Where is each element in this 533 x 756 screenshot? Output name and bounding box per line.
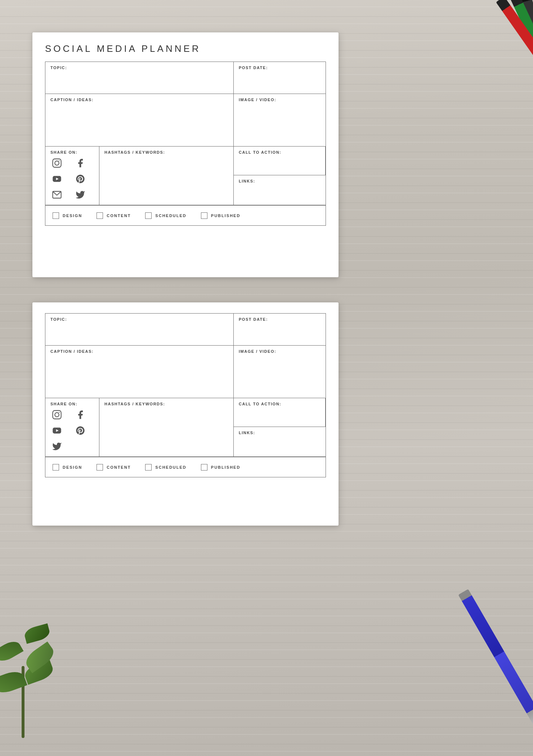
postdate-content-2	[239, 324, 321, 342]
checkbox-scheduled-2[interactable]: SCHEDULED	[145, 464, 186, 471]
facebook-icon	[74, 157, 87, 170]
content-checkbox-box[interactable]	[97, 212, 103, 219]
share-label: SHARE ON:	[50, 150, 94, 154]
topic-label-2: TOPIC:	[50, 317, 228, 321]
plant-leaf-4	[0, 638, 23, 665]
checkbox-content-1[interactable]: CONTENT	[97, 212, 131, 219]
social-icons-grid-1	[50, 157, 94, 201]
links-cell: LINKS:	[234, 175, 326, 205]
checkbox-published-1[interactable]: PUBLISHED	[201, 212, 241, 219]
postdate-cell: POST DATE:	[234, 62, 326, 94]
topic-label: TOPIC:	[50, 66, 228, 70]
checkboxes-container-2: DESIGN CONTENT SCHEDULED PUBLISHED	[45, 457, 326, 477]
design-checkbox-box[interactable]	[53, 212, 59, 219]
checkboxes-container-1: DESIGN CONTENT SCHEDULED PUBLISHED	[45, 206, 326, 225]
design-checkbox-box-2[interactable]	[53, 464, 59, 471]
social-icons-grid-2	[50, 408, 94, 453]
links-label: LINKS:	[239, 179, 321, 183]
scheduled-checkbox-label-2: SCHEDULED	[155, 465, 186, 469]
facebook-icon-2	[74, 408, 87, 421]
postdate-content	[239, 72, 321, 90]
planner-title: SOCIAL MEDIA PLANNER	[45, 43, 326, 54]
content-checkbox-label-2: CONTENT	[107, 465, 131, 469]
svg-rect-6	[53, 410, 61, 419]
topic-date-row: TOPIC: POST DATE:	[45, 62, 326, 94]
email-icon	[50, 188, 63, 201]
checkbox-design-1[interactable]: DESIGN	[53, 212, 82, 219]
checkbox-scheduled-1[interactable]: SCHEDULED	[145, 212, 186, 219]
links-cell-2: LINKS:	[234, 427, 326, 456]
published-checkbox-label-2: PUBLISHED	[211, 465, 241, 469]
twitter-icon-2	[50, 440, 63, 453]
caption-content	[50, 104, 228, 122]
content-checkbox-box-2[interactable]	[97, 464, 103, 471]
hashtags-label: HASHTAGS / KEYWORDS:	[104, 150, 228, 154]
svg-point-2	[59, 160, 59, 161]
share-cell-2: SHARE ON:	[45, 398, 99, 456]
planner-card-2: TOPIC: POST DATE: CAPTION / IDEAS: IMAGE…	[32, 302, 339, 526]
image-label-2: IMAGE / VIDEO:	[239, 349, 321, 354]
svg-rect-0	[53, 159, 61, 167]
content-checkbox-label: CONTENT	[107, 213, 131, 218]
topic-date-row-2: TOPIC: POST DATE:	[45, 314, 326, 346]
image-content-2	[239, 356, 321, 374]
postdate-label-2: POST DATE:	[239, 317, 321, 321]
planner-grid-1: TOPIC: POST DATE: CAPTION / IDEAS: IMAGE…	[45, 62, 326, 226]
cta-cell: CALL TO ACTION:	[234, 147, 326, 175]
caption-label: CAPTION / IDEAS:	[50, 98, 228, 102]
scheduled-checkbox-label: SCHEDULED	[155, 213, 186, 218]
scheduled-checkbox-box[interactable]	[145, 212, 152, 219]
twitter-icon	[74, 188, 87, 201]
pens-decoration	[396, 0, 533, 151]
share-hashtags-cta: SHARE ON:	[45, 147, 326, 205]
hashtags-label-2: HASHTAGS / KEYWORDS:	[104, 402, 228, 406]
cta-label-2: CALL TO ACTION:	[239, 402, 320, 406]
design-checkbox-label-2: DESIGN	[63, 465, 82, 469]
caption-cell: CAPTION / IDEAS:	[45, 94, 234, 146]
caption-image-row: CAPTION / IDEAS: IMAGE / VIDEO:	[45, 94, 326, 147]
plant-decoration	[0, 594, 65, 738]
published-checkbox-box[interactable]	[201, 212, 207, 219]
instagram-icon-2	[50, 408, 63, 421]
share-hashtags-cta-2: SHARE ON:	[45, 398, 326, 457]
share-label-2: SHARE ON:	[50, 402, 94, 406]
hashtags-cell: HASHTAGS / KEYWORDS:	[99, 147, 234, 205]
cta-links-column-2: CALL TO ACTION: LINKS:	[234, 398, 326, 456]
instagram-icon	[50, 157, 63, 170]
checkbox-design-2[interactable]: DESIGN	[53, 464, 82, 471]
svg-point-8	[59, 412, 59, 413]
caption-image-row-2: CAPTION / IDEAS: IMAGE / VIDEO:	[45, 346, 326, 398]
postdate-label: POST DATE:	[239, 66, 321, 70]
plant-leaf-5	[23, 624, 51, 644]
caption-content-2	[50, 356, 228, 374]
pinterest-icon-2	[74, 424, 87, 437]
published-checkbox-label: PUBLISHED	[211, 213, 241, 218]
share-cell: SHARE ON:	[45, 147, 99, 205]
image-cell-2: IMAGE / VIDEO:	[234, 346, 326, 398]
checkbox-content-2[interactable]: CONTENT	[97, 464, 131, 471]
cta-links-column: CALL TO ACTION: LINKS:	[234, 147, 326, 205]
image-content	[239, 104, 321, 122]
planner-card-1: SOCIAL MEDIA PLANNER TOPIC: POST DATE: C…	[32, 32, 339, 277]
checkboxes-row-2: DESIGN CONTENT SCHEDULED PUBLISHED	[45, 457, 326, 477]
topic-content	[50, 72, 228, 90]
topic-content-2	[50, 324, 228, 342]
hashtags-cell-2: HASHTAGS / KEYWORDS:	[99, 398, 234, 456]
postdate-cell-2: POST DATE:	[234, 314, 326, 345]
topic-cell: TOPIC:	[45, 62, 234, 94]
design-checkbox-label: DESIGN	[63, 213, 82, 218]
checkboxes-row-1: DESIGN CONTENT SCHEDULED PUBLISHED	[45, 206, 326, 225]
share-row-2: SHARE ON:	[45, 398, 326, 457]
share-row: SHARE ON:	[45, 147, 326, 206]
scheduled-checkbox-box-2[interactable]	[145, 464, 152, 471]
pinterest-icon	[74, 172, 87, 185]
youtube-icon-2	[50, 424, 63, 437]
image-cell: IMAGE / VIDEO:	[234, 94, 326, 146]
youtube-icon	[50, 172, 63, 185]
image-label: IMAGE / VIDEO:	[239, 98, 321, 102]
checkbox-published-2[interactable]: PUBLISHED	[201, 464, 241, 471]
svg-point-7	[55, 413, 59, 417]
caption-cell-2: CAPTION / IDEAS:	[45, 346, 234, 398]
published-checkbox-box-2[interactable]	[201, 464, 207, 471]
links-label-2: LINKS:	[239, 431, 321, 435]
